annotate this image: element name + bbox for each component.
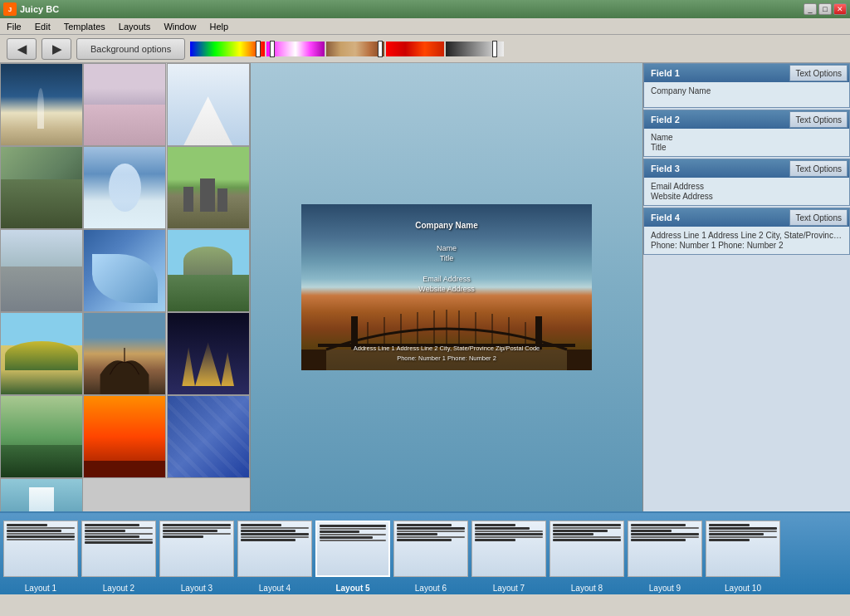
layout-strip: Layout 1Layout 2Layout 3Layout 4Layout 5… — [0, 511, 850, 594]
card-preview[interactable]: Company Name Name Title Email Address We… — [301, 204, 592, 370]
menu-file[interactable]: File — [3, 20, 25, 33]
field-4-label: Field 4 — [644, 213, 789, 222]
layout-thumb-10[interactable] — [706, 521, 780, 577]
forward-button[interactable]: ▶ — [42, 38, 71, 60]
field-3-content: Email Address Website Address — [644, 178, 849, 205]
thumbnail-10[interactable] — [0, 312, 83, 395]
field-4-line-2: Phone: Number 1 Phone: Number 2 — [651, 241, 843, 250]
thumbnail-2[interactable] — [83, 63, 166, 146]
text-options-button-1[interactable]: Text Options — [789, 65, 848, 81]
close-button[interactable]: ✕ — [833, 3, 847, 15]
layout-label-8: Layout 8 — [550, 584, 624, 593]
color-bar-brown[interactable] — [326, 42, 384, 56]
menubar: File Edit Templates Layouts Window Help — [0, 18, 850, 35]
canvas-area: Company Name Name Title Email Address We… — [251, 63, 642, 511]
layout-label-3: Layout 3 — [159, 584, 234, 593]
layout-scroll — [0, 513, 850, 579]
layout-thumb-8[interactable] — [550, 521, 624, 577]
thumbnail-15[interactable] — [167, 395, 250, 478]
thumbnail-8[interactable] — [83, 229, 166, 312]
layout-label-4: Layout 4 — [237, 584, 312, 593]
field-2-line-1: Name — [651, 133, 843, 142]
layout-thumb-2[interactable] — [81, 521, 156, 577]
title-left: J Juicy BC — [3, 2, 59, 16]
titlebar: J Juicy BC _ □ ✕ — [0, 0, 850, 18]
thumbnail-9[interactable] — [167, 229, 250, 312]
thumbnail-14[interactable] — [83, 395, 166, 478]
menu-layouts[interactable]: Layouts — [115, 20, 154, 33]
layout-thumb-3[interactable] — [159, 521, 234, 577]
card-company-name: Company Name — [301, 221, 592, 230]
app-icon: J — [3, 2, 17, 16]
color-slider-2[interactable] — [270, 41, 275, 57]
minimize-button[interactable]: _ — [804, 3, 817, 15]
field-header-4: Field 4 Text Options — [644, 208, 849, 227]
color-bar-rainbow[interactable] — [190, 42, 265, 56]
layout-label-7: Layout 7 — [471, 584, 546, 593]
card-phone: Phone: Number 1 Phone: Number 2 — [301, 354, 592, 362]
text-options-button-2[interactable]: Text Options — [789, 111, 848, 128]
text-options-button-4[interactable]: Text Options — [789, 209, 848, 226]
app-title: Juicy BC — [20, 4, 59, 14]
layout-thumb-7[interactable] — [471, 521, 546, 577]
field-1-line-1: Company Name — [651, 86, 843, 95]
field-section-3: Field 3 Text Options Email Address Websi… — [643, 159, 850, 206]
card-address: Address Line 1 Address Line 2 City, Stat… — [301, 345, 592, 352]
layout-thumb-9[interactable] — [628, 521, 702, 577]
maximize-button[interactable]: □ — [818, 3, 832, 15]
text-options-button-3[interactable]: Text Options — [789, 160, 848, 177]
main-area: Company Name Name Title Email Address We… — [0, 63, 850, 511]
color-slider-1[interactable] — [256, 41, 261, 57]
field-header-1: Field 1 Text Options — [644, 64, 849, 82]
layout-labels: Layout 1Layout 2Layout 3Layout 4Layout 5… — [0, 579, 850, 594]
thumbnail-16[interactable] — [0, 478, 83, 511]
layout-thumb-6[interactable] — [393, 521, 468, 577]
thumbnail-11[interactable] — [83, 312, 166, 395]
field-2-label: Field 2 — [644, 115, 789, 125]
layout-thumb-4[interactable] — [237, 521, 312, 577]
color-bar-pink[interactable] — [266, 42, 325, 56]
background-options-button[interactable]: Background options — [76, 38, 185, 60]
menu-templates[interactable]: Templates — [61, 20, 109, 33]
layout-label-6: Layout 6 — [393, 584, 468, 593]
menu-help[interactable]: Help — [207, 20, 232, 33]
card-name: Name — [301, 244, 592, 252]
card-email: Email Address — [301, 275, 592, 283]
color-bar-red[interactable] — [386, 42, 444, 56]
layout-label-5: Layout 5 — [315, 584, 390, 593]
thumbnail-3[interactable] — [167, 63, 250, 146]
field-2-line-2: Title — [651, 143, 843, 152]
field-header-2: Field 2 Text Options — [644, 110, 849, 129]
field-4-content: Address Line 1 Address Line 2 City, Stat… — [644, 227, 849, 254]
layout-thumb-5[interactable] — [315, 521, 390, 577]
menu-window[interactable]: Window — [160, 20, 199, 33]
field-3-label: Field 3 — [644, 164, 789, 174]
field-2-content: Name Title — [644, 129, 849, 156]
thumbnail-5[interactable] — [83, 146, 166, 229]
field-1-content: Company Name — [644, 82, 849, 107]
field-1-label: Field 1 — [644, 68, 789, 78]
field-3-line-1: Email Address — [651, 182, 843, 191]
field-section-4: Field 4 Text Options Address Line 1 Addr… — [643, 208, 850, 255]
color-slider-5[interactable] — [492, 41, 497, 57]
thumbnail-4[interactable] — [0, 146, 83, 229]
thumbnail-12[interactable] — [167, 312, 250, 395]
color-bars — [190, 42, 843, 56]
menu-edit[interactable]: Edit — [32, 20, 54, 33]
card-title: Title — [301, 254, 592, 262]
color-slider-3[interactable] — [378, 41, 383, 57]
thumbnail-panel — [0, 63, 251, 511]
fields-panel: Field 1 Text Options Company Name Field … — [642, 63, 850, 511]
thumbnail-6[interactable] — [167, 146, 250, 229]
thumbnail-1[interactable] — [0, 63, 83, 146]
color-bar-gray[interactable] — [446, 42, 504, 56]
layout-thumb-1[interactable] — [3, 521, 78, 577]
thumbnail-7[interactable] — [0, 229, 83, 312]
back-button[interactable]: ◀ — [7, 38, 37, 60]
thumbnail-13[interactable] — [0, 395, 83, 478]
toolbar: ◀ ▶ Background options — [0, 35, 850, 63]
field-4-line-1: Address Line 1 Address Line 2 City, Stat… — [651, 231, 843, 240]
field-section-1: Field 1 Text Options Company Name — [643, 63, 850, 108]
field-3-line-2: Website Address — [651, 192, 843, 201]
layout-label-10: Layout 10 — [706, 584, 780, 593]
